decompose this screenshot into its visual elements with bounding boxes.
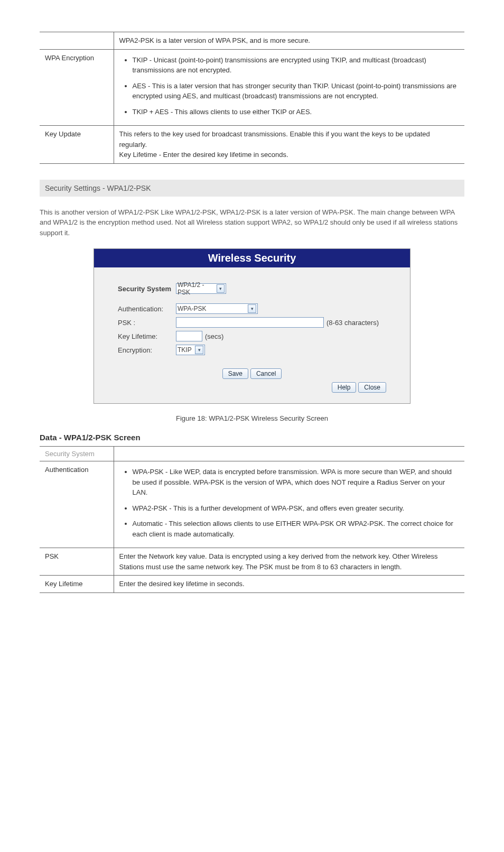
- bullet-item: TKIP + AES - This allows clients to use …: [133, 107, 460, 117]
- cell-label: [40, 32, 114, 50]
- chevron-down-icon: ▾: [248, 304, 256, 313]
- key-lifetime-input[interactable]: [176, 331, 202, 341]
- cell-content: This refers to the key used for broadcas…: [114, 126, 464, 164]
- cell-content: Enter the Network key value. Data is enc…: [114, 548, 464, 576]
- select-value: WPA-PSK: [178, 305, 206, 312]
- cell-label: WPA Encryption: [40, 49, 114, 126]
- select-value: WPA1/2 - PSK: [178, 281, 215, 296]
- table-row: PSK Enter the Network key value. Data is…: [40, 548, 464, 576]
- chevron-down-icon: ▾: [217, 284, 225, 293]
- table-wpa-top: WPA2-PSK is a later version of WPA PSK, …: [40, 32, 464, 164]
- security-system-label: Security System: [118, 285, 176, 293]
- psk-label: PSK :: [118, 319, 176, 327]
- table-title: Data - WPA1/2-PSK Screen: [40, 433, 464, 442]
- cell-content: Enter the desired key lifetime in second…: [114, 576, 464, 593]
- psk-hint: (8-63 characters): [326, 319, 379, 327]
- cell-label: Key Lifetime: [40, 576, 114, 593]
- bullet-item: WPA2-PSK - This is a further development…: [133, 503, 460, 514]
- save-button[interactable]: Save: [222, 368, 248, 379]
- security-system-select[interactable]: WPA1/2 - PSK ▾: [176, 283, 226, 294]
- key-lifetime-label: Key Lifetime:: [118, 332, 176, 340]
- bullet-item: TKIP - Unicast (point-to-point) transmis…: [133, 55, 460, 76]
- authentication-label: Authentication:: [118, 305, 176, 313]
- table-wpa12psk: Security System Authentication WPA-PSK -…: [40, 446, 464, 593]
- cell-content: WPA2-PSK is a later version of WPA PSK, …: [114, 32, 464, 50]
- cell-label: Key Update: [40, 126, 114, 164]
- table-header-cell: Security System: [40, 447, 114, 461]
- select-value: TKIP: [178, 346, 192, 354]
- table-row: WPA2-PSK is a later version of WPA PSK, …: [40, 32, 464, 50]
- figure-caption: Figure 18: WPA1/2-PSK Wireless Security …: [40, 414, 464, 422]
- encryption-label: Encryption:: [118, 346, 176, 354]
- bullet-item: Automatic - This selection allows client…: [133, 518, 460, 539]
- key-lifetime-units: (secs): [205, 332, 223, 340]
- cell-label: Authentication: [40, 461, 114, 548]
- table-row: Key Lifetime Enter the desired key lifet…: [40, 576, 464, 593]
- help-button[interactable]: Help: [332, 382, 357, 393]
- encryption-select[interactable]: TKIP ▾: [176, 345, 205, 355]
- section-heading: Security Settings - WPA1/2-PSK: [40, 180, 464, 197]
- bullet-item: AES - This is a later version that has s…: [133, 81, 460, 101]
- table-header-row: Security System: [40, 447, 464, 461]
- cell-content: TKIP - Unicast (point-to-point) transmis…: [114, 49, 464, 126]
- dialog-title: Wireless Security: [94, 249, 410, 267]
- authentication-select[interactable]: WPA-PSK ▾: [176, 303, 258, 314]
- close-button[interactable]: Close: [358, 382, 386, 393]
- psk-input[interactable]: [176, 317, 324, 328]
- cancel-button[interactable]: Cancel: [250, 368, 282, 379]
- cell-label: PSK: [40, 548, 114, 576]
- cell-content: WPA-PSK - Like WEP, data is encrypted be…: [114, 461, 464, 548]
- section-intro: This is another version of WPA1/2-PSK Li…: [40, 207, 464, 238]
- wireless-security-dialog: Wireless Security Security System WPA1/2…: [94, 248, 410, 404]
- chevron-down-icon: ▾: [195, 346, 203, 354]
- table-row: WPA Encryption TKIP - Unicast (point-to-…: [40, 49, 464, 126]
- bullet-item: WPA-PSK - Like WEP, data is encrypted be…: [133, 467, 460, 498]
- table-row: Key Update This refers to the key used f…: [40, 126, 464, 164]
- table-header-cell: [114, 447, 464, 461]
- table-row: Authentication WPA-PSK - Like WEP, data …: [40, 461, 464, 548]
